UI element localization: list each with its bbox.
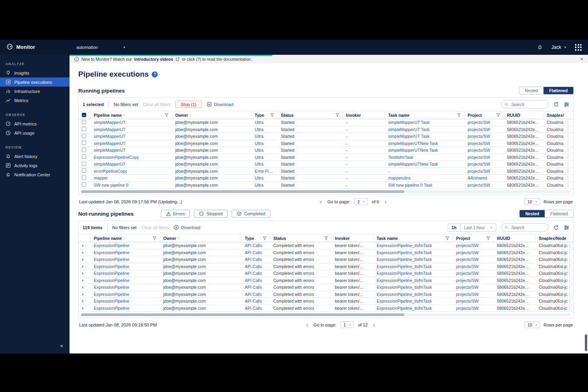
pipeline-name-link[interactable]: errorPipelineCopy [94,169,127,174]
banner-close-icon[interactable]: × [580,56,583,62]
type-link[interactable]: API Calls [245,306,262,311]
pipeline-name-link[interactable]: ExpressionPipeline [94,264,129,269]
expand-chevron-icon[interactable]: › [82,250,83,255]
type-link[interactable]: API Calls [245,299,262,303]
type-link[interactable]: Error Pipe... [255,169,277,174]
type-link[interactable]: Ultra [255,148,263,153]
expand-chevron-icon[interactable]: › [82,278,83,283]
task-name-link[interactable]: ExpressionPipeline_tlsfmTask [377,243,432,248]
search-input[interactable] [510,102,545,107]
table-row[interactable]: SW new pipeline 0 jdoe@myexample.com Ult… [79,182,573,189]
project-link[interactable]: projects/SW [468,155,490,160]
task-name-link[interactable]: ExpressionPipeline_tlsfmTask [377,278,432,283]
pipeline-name-link[interactable]: ExpressionPipeline [94,285,129,290]
col-header-pipeline-name[interactable]: Pipeline name↑ [91,234,160,242]
type-link[interactable]: API Calls [245,285,262,290]
row-menu-kebab-icon[interactable]: ⋮ [567,292,572,297]
completed-filter-chip[interactable]: Completed [232,210,270,218]
task-name-link[interactable]: mapperultra [388,176,410,180]
download-button[interactable]: Download [207,102,233,107]
row-menu-kebab-icon[interactable]: ⋮ [567,271,572,276]
page-select[interactable]: 1▾ [340,321,354,328]
flattened-toggle-button[interactable]: Flattened [545,210,573,217]
type-link[interactable]: API Calls [245,271,262,276]
type-link[interactable]: Ultra [255,162,263,166]
project-link[interactable]: projects/SW [468,127,490,132]
pipeline-name-link[interactable]: ExpressionPipeline [94,271,129,276]
table-row[interactable]: simpleMapperUT jdoe@myexample.com Ultra … [79,140,573,147]
prev-page-icon[interactable]: ‹ [318,199,323,205]
row-menu-kebab-icon[interactable]: ⋮ [566,127,570,132]
filter-funnel-icon[interactable] [457,113,461,117]
pipeline-name-link[interactable]: simpleMapperUT [94,134,126,139]
pipeline-name-link[interactable]: ExpressionPipeline [94,243,129,248]
project-link[interactable]: projects/SW [468,162,490,166]
row-menu-kebab-icon[interactable]: ⋮ [566,148,570,153]
row-checkbox[interactable] [82,176,86,180]
col-header-project[interactable]: Project [464,111,504,119]
row-menu-kebab-icon[interactable]: ⋮ [567,285,572,290]
horizontal-scrollbar[interactable] [81,313,571,316]
filter-funnel-icon[interactable] [486,236,490,240]
table-row[interactable]: simpleMapperUT jdoe@myexample.com Ultra … [79,119,573,126]
type-link[interactable]: API Calls [245,250,262,255]
help-icon[interactable]: ? [152,71,158,77]
table-row[interactable]: simpleMapperUT jdoe@myexample.com Ultra … [79,126,573,133]
table-row[interactable]: › ExpressionPipeline jdoe@myexample.com … [79,242,573,249]
table-row[interactable]: › ExpressionPipeline jdoe@myexample.com … [79,298,573,305]
table-row[interactable]: › ExpressionPipeline jdoe@myexample.com … [79,263,573,270]
task-name-link[interactable]: TesttlsfmTask [388,155,413,160]
task-name-link[interactable]: simpleMapperUT Task [388,134,429,139]
pipeline-name-link[interactable]: ExpressionPipeline [94,306,129,311]
col-header-ruuid[interactable]: RUUID [504,111,544,119]
task-name-link[interactable]: simpleMapperUT Task [388,127,429,132]
filter-funnel-icon[interactable] [335,113,339,117]
next-page-icon[interactable]: › [383,199,388,205]
rows-per-page-select[interactable]: 10▾ [524,321,540,328]
col-header-status[interactable]: Status [270,234,332,242]
project-link[interactable]: projects/SW [468,120,490,125]
column-settings-icon[interactable] [564,102,569,107]
task-name-link[interactable]: - [388,169,390,174]
row-menu-kebab-icon[interactable]: ⋮ [567,257,572,262]
pipeline-name-link[interactable]: ExpressionPipeline [94,250,129,255]
flattened-toggle-button[interactable]: Flattened [544,87,573,94]
col-header-type[interactable]: Type [251,111,278,119]
row-checkbox[interactable] [82,141,86,145]
type-link[interactable]: Ultra [255,155,263,160]
row-menu-kebab-icon[interactable]: ⋮ [567,243,572,248]
filter-funnel-icon[interactable] [496,113,500,117]
org-selector[interactable]: automation ▾ [76,45,125,50]
pipeline-name-link[interactable]: ExpressionPipeline [94,299,129,303]
col-header-snaplex-node[interactable]: Snaplex/Node [536,234,573,242]
type-link[interactable]: Ultra [255,141,263,146]
sidebar-item-infrastructure[interactable]: Infrastructure [0,87,70,96]
task-name-link[interactable]: ExpressionPipeline_tlsfmTask [377,257,432,262]
col-header-task-name[interactable]: Task name [385,111,464,119]
task-name-link[interactable]: simpleMapperUTNew Task [388,148,438,153]
sidebar-collapse-button[interactable]: « [60,342,63,349]
rows-per-page-select[interactable]: 10▾ [524,198,540,205]
type-link[interactable]: API Calls [245,243,262,248]
sidebar-item-notification-center[interactable]: Notification Center [0,170,70,179]
pipeline-name-link[interactable]: ExpressionPipeline [94,257,129,262]
pipeline-name-link[interactable]: ExpressionPipelineCopy [94,155,139,160]
row-menu-kebab-icon[interactable]: ⋮ [567,305,572,311]
row-checkbox[interactable] [82,120,86,124]
table-row[interactable]: › ExpressionPipeline jdoe@myexample.com … [79,249,573,257]
prev-page-icon[interactable]: ‹ [304,322,309,328]
type-link[interactable]: API Calls [245,257,262,262]
task-name-link[interactable]: ExpressionPipeline_tlsfmTask [377,250,432,255]
col-header-invoker[interactable]: Invoker [332,234,373,242]
sidebar-item-activity-logs[interactable]: Activity logs [0,161,70,170]
task-name-link[interactable]: ExpressionPipeline_tlsfmTask [377,285,432,290]
type-link[interactable]: API Calls [245,264,262,269]
pipeline-name-link[interactable]: simpleMapperUT [94,120,126,125]
nested-toggle-button[interactable]: Nested [519,87,544,94]
table-row[interactable]: › ExpressionPipeline jdoe@myexample.com … [79,270,573,277]
sidebar-item-pipeline-executions[interactable]: Pipeline executions [0,77,70,87]
row-checkbox[interactable] [82,148,86,152]
col-header-owner[interactable]: Owner↑ [160,234,242,242]
filter-funnel-icon[interactable] [324,236,328,240]
pipeline-name-link[interactable]: SW new pipeline 0 [94,183,128,187]
